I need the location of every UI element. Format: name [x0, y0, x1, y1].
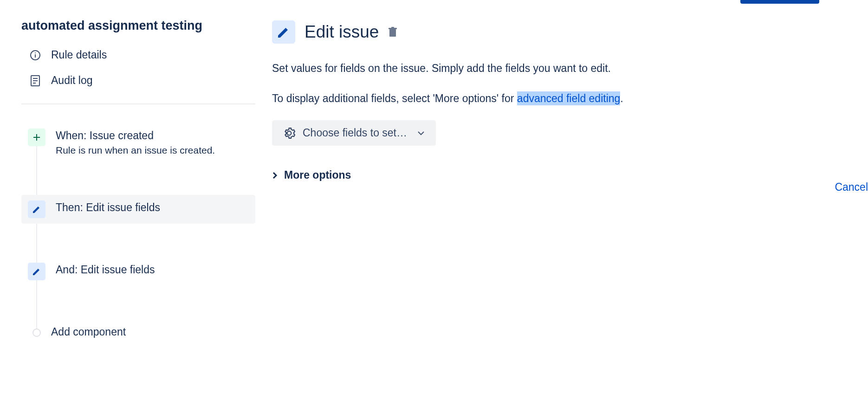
nav-audit-log[interactable]: Audit log	[21, 74, 255, 100]
info-icon	[30, 50, 41, 61]
cancel-link[interactable]: Cancel	[835, 181, 868, 194]
svg-rect-9	[389, 29, 396, 37]
pencil-icon	[28, 263, 45, 280]
rule-title: automated assignment testing	[21, 19, 255, 33]
desc-period: .	[620, 92, 623, 104]
panel-description-1: Set values for fields on the issue. Simp…	[272, 60, 868, 77]
nav-label: Audit log	[51, 74, 93, 87]
chevron-right-icon	[272, 171, 278, 180]
step-then[interactable]: Then: Edit issue fields	[21, 195, 255, 224]
step-and[interactable]: And: Edit issue fields	[21, 257, 255, 286]
more-options-toggle[interactable]: More options	[272, 169, 868, 181]
pencil-icon	[272, 20, 295, 44]
chevron-down-icon	[417, 131, 425, 135]
document-icon	[30, 75, 41, 86]
detail-panel: Edit issue Set values for fields on the …	[260, 0, 868, 400]
svg-rect-11	[391, 27, 394, 28]
step-title: Then: Edit issue fields	[56, 201, 160, 214]
step-when[interactable]: When: Issue created Rule is run when an …	[21, 123, 255, 161]
trash-icon[interactable]	[388, 27, 397, 37]
svg-point-2	[35, 52, 36, 53]
step-connector-line	[36, 142, 37, 330]
step-subtitle: Rule is run when an issue is created.	[56, 145, 215, 156]
gear-icon	[283, 127, 295, 139]
plus-icon	[28, 129, 45, 146]
choose-fields-dropdown[interactable]: Choose fields to set…	[272, 120, 436, 146]
step-title: When: Issue created	[56, 129, 215, 142]
step-title: And: Edit issue fields	[56, 264, 155, 276]
step-title: Add component	[51, 326, 126, 338]
step-add-component[interactable]: Add component	[21, 319, 255, 344]
rule-sidebar: automated assignment testing Rule detail…	[0, 0, 260, 400]
nav-label: Rule details	[51, 49, 107, 61]
panel-description-2: To display additional fields, select 'Mo…	[272, 90, 868, 107]
advanced-field-editing-link[interactable]: advanced field editing	[517, 91, 621, 105]
panel-title: Edit issue	[304, 22, 379, 42]
pencil-icon	[28, 200, 45, 218]
choose-fields-label: Choose fields to set…	[303, 127, 407, 139]
empty-circle-icon	[32, 329, 41, 337]
step-list: When: Issue created Rule is run when an …	[21, 123, 255, 344]
more-options-label: More options	[284, 169, 351, 181]
nav-rule-details[interactable]: Rule details	[21, 49, 255, 74]
divider	[21, 103, 255, 104]
desc-text: To display additional fields, select 'Mo…	[272, 92, 517, 104]
